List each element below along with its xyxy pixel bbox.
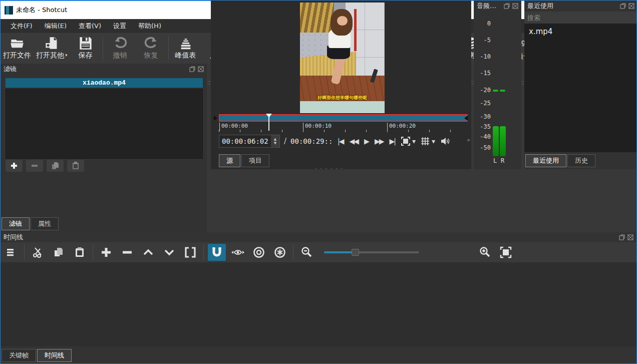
split-icon [184, 246, 197, 258]
scrub-bar[interactable] [219, 114, 468, 122]
filters-panel-title: 滤镜 [4, 65, 17, 74]
playhead-handle[interactable] [266, 114, 272, 118]
add-filter-button[interactable] [6, 160, 23, 172]
zoom-fit-button[interactable] [497, 244, 515, 261]
trim-in-handle[interactable] [214, 116, 217, 121]
float-panel-icon[interactable] [504, 3, 510, 9]
volume-button[interactable] [440, 137, 450, 146]
grid-button[interactable] [421, 137, 430, 146]
menu-help[interactable]: 帮助(H) [132, 22, 167, 31]
play-button[interactable]: ▶ [364, 137, 369, 145]
tab-project[interactable]: 项目 [241, 154, 269, 167]
window-title: 未命名 - Shotcut [16, 6, 67, 15]
filtered-clip-name: xiaodao.mp4 [6, 78, 203, 88]
peak-meter-icon [179, 37, 193, 50]
open-folder-icon [10, 37, 24, 50]
plus-icon [100, 246, 112, 258]
tab-keyframes[interactable]: 关键帧 [2, 349, 36, 362]
paste-icon [72, 162, 80, 170]
search-input[interactable] [524, 12, 637, 24]
menu-settings[interactable]: 设置 [107, 22, 132, 31]
redo-button[interactable]: 恢复 [138, 37, 164, 59]
menu-file[interactable]: 文件(F) [5, 22, 39, 31]
tab-history[interactable]: 历史 [567, 154, 595, 167]
open-file-button[interactable]: 打开文件 [3, 37, 31, 59]
close-panel-icon[interactable] [628, 3, 634, 9]
time-ruler[interactable]: 00:00:00 00:00:10 00:00:20 [219, 122, 468, 132]
peak-indicator-right [500, 90, 505, 92]
ripple-button[interactable] [250, 244, 268, 261]
float-panel-icon[interactable] [189, 66, 195, 72]
tab-source[interactable]: 源 [219, 154, 240, 167]
recent-list-item[interactable]: x.mp4 [524, 24, 637, 40]
grid-caret[interactable]: ▾ [432, 137, 434, 145]
player-panel: 好啊那你想学哪句哪些呢 00:00:00 00:00:10 00:00:20 0… [211, 1, 471, 169]
append-button[interactable] [97, 244, 115, 261]
audio-panel-title: 音频… [477, 2, 496, 11]
ripple-all-tracks-button[interactable] [271, 244, 289, 261]
level-meter-left [493, 126, 499, 156]
skip-start-button[interactable]: |◀ [338, 137, 343, 145]
recent-panel: 最近使用 x.mp4 最近使用 历史 [524, 1, 637, 169]
overwrite-button[interactable] [160, 244, 178, 261]
close-panel-icon[interactable] [627, 234, 633, 240]
tab-recent[interactable]: 最近使用 [525, 154, 566, 167]
filters-panel: 滤镜 xiaodao.mp4 滤镜 属性 [1, 64, 207, 232]
transport-overflow-icon[interactable]: » [467, 137, 470, 143]
filter-list[interactable] [6, 89, 203, 159]
player-zoom-caret[interactable]: ▾ [412, 137, 415, 145]
zoom-fit-player-button[interactable] [401, 137, 410, 146]
skip-end-button[interactable]: ▶| [389, 137, 395, 145]
peak-meter-button[interactable]: 峰值表 [173, 37, 199, 59]
cut-button[interactable] [29, 244, 47, 261]
panel-splitter[interactable]: ······ [521, 81, 524, 93]
minus-icon [121, 246, 133, 258]
trim-out-handle[interactable] [464, 116, 468, 121]
zoom-in-button[interactable] [476, 244, 494, 261]
current-time-spinbox[interactable]: 00:00:06:02 ▲▼ [219, 135, 280, 148]
zoom-out-button[interactable] [297, 244, 315, 261]
peak-indicator-left [493, 90, 498, 92]
copy-icon [51, 162, 59, 170]
float-panel-icon[interactable] [620, 3, 626, 9]
fast-forward-button[interactable]: ▶▶ [375, 137, 384, 145]
channel-left-label: L [493, 157, 497, 164]
file-plus-icon [45, 37, 59, 50]
app-icon [5, 6, 13, 15]
remove-filter-button[interactable] [26, 160, 43, 172]
save-button[interactable]: 保存 [73, 37, 99, 59]
ripple-delete-button[interactable] [118, 244, 136, 261]
timeline-tracks-area[interactable] [1, 263, 636, 346]
copy-filters-button[interactable] [47, 160, 64, 172]
menu-view[interactable]: 查看(V) [73, 22, 107, 31]
undo-button[interactable]: 撤销 [107, 37, 133, 59]
open-other-button[interactable]: 打开其他▾ [36, 37, 68, 59]
scissors-icon [32, 246, 44, 258]
lift-button[interactable] [139, 244, 157, 261]
zoom-slider-thumb[interactable] [352, 249, 359, 256]
video-preview[interactable]: 好啊那你想学哪句哪些呢 [300, 3, 385, 113]
timeline-zoom-slider[interactable] [324, 247, 419, 257]
tab-timeline[interactable]: 时间线 [37, 349, 72, 362]
snap-button[interactable] [208, 244, 226, 261]
toolbar-separator [103, 37, 103, 60]
spin-up-icon: ▲ [274, 137, 276, 141]
paste-icon [74, 247, 85, 258]
tab-properties[interactable]: 属性 [31, 217, 59, 230]
close-panel-icon[interactable] [512, 3, 518, 9]
player-splitter-handle[interactable]: · · · · · · [315, 166, 344, 171]
float-panel-icon[interactable] [619, 234, 625, 240]
rewind-button[interactable]: ◀◀ [350, 137, 359, 145]
split-button[interactable] [181, 244, 199, 261]
tab-filters[interactable]: 滤镜 [2, 217, 30, 230]
scrub-while-dragging-button[interactable] [229, 244, 247, 261]
timeline-menu-button[interactable] [2, 244, 20, 261]
copy-button[interactable] [50, 244, 68, 261]
panel-splitter[interactable]: ······ [207, 81, 210, 93]
paste-filters-button[interactable] [67, 160, 84, 172]
magnet-icon [211, 246, 223, 258]
toolbar-separator [168, 37, 169, 60]
close-panel-icon[interactable] [198, 66, 204, 72]
menu-edit[interactable]: 编辑(E) [39, 22, 73, 31]
paste-button[interactable] [71, 244, 89, 261]
